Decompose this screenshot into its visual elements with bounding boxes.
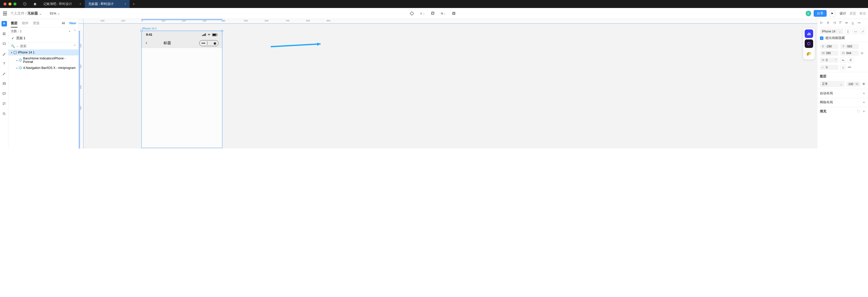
minimize-window-button[interactable] bbox=[8, 2, 11, 5]
close-icon[interactable]: × bbox=[80, 2, 81, 6]
left-panel-tabs: 图层 组件 资源 AI New bbox=[8, 19, 79, 27]
menu-button[interactable] bbox=[2, 12, 8, 15]
edit-tool-icon[interactable] bbox=[430, 11, 435, 16]
add-grid-button[interactable]: ＋ bbox=[862, 100, 866, 105]
miniprogram-capsule[interactable]: ••• ◉ bbox=[199, 40, 219, 46]
tab-components[interactable]: 组件 bbox=[22, 21, 28, 25]
chevron-down-icon[interactable]: ▾ bbox=[11, 51, 12, 54]
collapse-pages-icon[interactable]: ⌃ bbox=[73, 29, 76, 33]
breadcrumb[interactable]: 个人文件 / 无标题 ⌄ bbox=[10, 11, 42, 16]
rectangle-tool[interactable] bbox=[1, 41, 7, 47]
more-icon[interactable]: ••• bbox=[848, 65, 851, 69]
collapse-layers-icon[interactable]: ⌃ bbox=[73, 44, 76, 48]
home-icon[interactable] bbox=[30, 2, 40, 6]
align-vcenter-icon[interactable] bbox=[845, 21, 848, 25]
add-page-button[interactable]: ＋ bbox=[68, 29, 71, 33]
share-button[interactable]: 分享 bbox=[814, 10, 827, 17]
artboard-label[interactable]: iPhone 14 1 bbox=[142, 27, 157, 30]
mode-design[interactable]: 设计 bbox=[840, 11, 846, 16]
target-icon[interactable]: ◉ bbox=[211, 41, 218, 45]
chevron-right-icon[interactable]: ▸ bbox=[17, 66, 18, 70]
x-field[interactable]: X-290 bbox=[820, 44, 838, 49]
h-field[interactable]: H844 bbox=[840, 51, 859, 56]
align-bottom-icon[interactable] bbox=[851, 21, 855, 25]
reload-icon[interactable] bbox=[20, 2, 30, 6]
lock-aspect-icon[interactable]: ⟳ bbox=[861, 51, 864, 55]
distribute-icon[interactable] bbox=[857, 21, 861, 25]
flip-v-icon[interactable]: ⇵ bbox=[848, 57, 853, 63]
zoom-dropdown[interactable]: 91% ⌄ bbox=[50, 11, 60, 15]
search-tool[interactable] bbox=[1, 111, 7, 116]
wifi-icon bbox=[207, 33, 211, 36]
plugin-taco-icon[interactable]: 🌮 bbox=[805, 49, 813, 58]
mode-prototype[interactable]: 原型 bbox=[849, 11, 856, 16]
section-autolayout[interactable]: 自动布局 ＋ bbox=[817, 89, 868, 98]
text-tool[interactable] bbox=[1, 61, 7, 66]
fill-style-icon[interactable]: ⸬ bbox=[858, 109, 860, 113]
slice-tool[interactable] bbox=[1, 81, 7, 86]
orientation-landscape-icon[interactable]: ▭ bbox=[852, 29, 858, 34]
layer-row-component[interactable]: ▸ Bars/Home Indicators/iPhone - Portrait bbox=[8, 55, 79, 65]
frame-tool[interactable] bbox=[1, 31, 7, 36]
pencil-tool[interactable] bbox=[1, 71, 7, 76]
y-field[interactable]: Y-563 bbox=[840, 44, 859, 49]
add-autolayout-button[interactable]: ＋ bbox=[862, 91, 866, 96]
mode-annotate[interactable]: 标注 bbox=[860, 11, 866, 16]
layer-row-frame[interactable]: ▾ iPhone 14 1 bbox=[8, 49, 79, 55]
move-tool[interactable] bbox=[1, 21, 7, 26]
visibility-icon[interactable]: 👁 bbox=[862, 82, 866, 86]
add-fill-button[interactable]: ＋ bbox=[862, 109, 866, 113]
search-input[interactable] bbox=[20, 45, 72, 48]
more-icon[interactable]: ••• bbox=[199, 41, 207, 45]
layer-search[interactable]: 🔍 ⌄ ⌃ bbox=[8, 43, 79, 49]
orientation-portrait-icon[interactable]: ▯ bbox=[845, 29, 850, 34]
pen-tool[interactable] bbox=[1, 51, 7, 56]
tab-ai[interactable]: AI bbox=[62, 21, 65, 25]
tab-layers[interactable]: 图层 bbox=[11, 21, 18, 27]
align-top-icon[interactable] bbox=[839, 21, 842, 25]
close-window-button[interactable] bbox=[3, 2, 6, 5]
flip-h-icon[interactable]: ⇋ bbox=[840, 57, 846, 63]
top-right-controls: K 分享 设计 原型 标注 bbox=[806, 10, 866, 17]
tab-assets[interactable]: 资源 bbox=[33, 21, 39, 25]
page-item[interactable]: ✓ 页面 1 bbox=[8, 35, 79, 42]
pages-label: 页数： bbox=[11, 29, 20, 33]
boolean-tool-icon[interactable]: ⌄ bbox=[441, 11, 446, 16]
align-hcenter-icon[interactable] bbox=[826, 21, 830, 25]
section-fill[interactable]: 填充 ⸬ ＋ bbox=[817, 107, 868, 116]
opacity-field[interactable]: 100 % bbox=[846, 82, 860, 87]
section-gridlayout[interactable]: 网格布局 ＋ bbox=[817, 98, 868, 107]
layer-row-component[interactable]: ▸ 4.Navigation Bar/IOS X - miniprogram bbox=[8, 65, 79, 71]
align-right-icon[interactable] bbox=[832, 21, 836, 25]
plugin-moon-icon[interactable] bbox=[805, 39, 813, 48]
close-icon[interactable]: × bbox=[124, 2, 126, 6]
resize-fit-icon[interactable]: ⤢ bbox=[860, 29, 866, 34]
blend-mode-dropdown[interactable]: 正常 bbox=[820, 81, 844, 87]
avatar[interactable]: K bbox=[806, 11, 811, 16]
radius-field[interactable]: ⌐0 bbox=[820, 65, 838, 70]
back-icon[interactable] bbox=[145, 41, 148, 45]
svg-point-12 bbox=[3, 113, 5, 114]
selection-handle[interactable] bbox=[221, 30, 223, 32]
canvas[interactable]: -200 -100 0 100 200 300 390 500 600 700 … bbox=[79, 19, 817, 148]
play-button[interactable] bbox=[829, 10, 836, 17]
mask-tool-icon[interactable]: ⌄ bbox=[420, 11, 425, 16]
plugin-chart-icon[interactable] bbox=[805, 29, 813, 38]
add-tab-button[interactable]: ＋ bbox=[130, 2, 137, 6]
clip-checkbox[interactable]: ✓ bbox=[820, 36, 824, 40]
plugins-tool[interactable] bbox=[1, 101, 7, 106]
crop-tool-icon[interactable] bbox=[451, 11, 456, 16]
artboard-selection[interactable]: 9:41 标题 ••• ◉ bbox=[141, 31, 222, 148]
chevron-right-icon[interactable]: ▸ bbox=[17, 59, 18, 62]
rotation-field[interactable]: ⟳0° bbox=[820, 58, 838, 63]
align-left-icon[interactable] bbox=[820, 21, 824, 25]
comment-tool[interactable] bbox=[1, 91, 7, 96]
component-tool-icon[interactable] bbox=[409, 11, 414, 16]
frame-preset-dropdown[interactable]: iPhone 14 bbox=[820, 29, 843, 34]
tab-active[interactable]: 无标题 - 即时设计 × bbox=[85, 0, 130, 8]
selection-handle[interactable] bbox=[141, 30, 142, 32]
w-field[interactable]: W390 bbox=[820, 51, 838, 56]
zoom-window-button[interactable] bbox=[13, 2, 17, 5]
tab-inactive[interactable]: 记账簿吧 - 即时设计 × bbox=[40, 0, 85, 8]
independent-corners-icon[interactable]: ◇ bbox=[840, 65, 846, 70]
